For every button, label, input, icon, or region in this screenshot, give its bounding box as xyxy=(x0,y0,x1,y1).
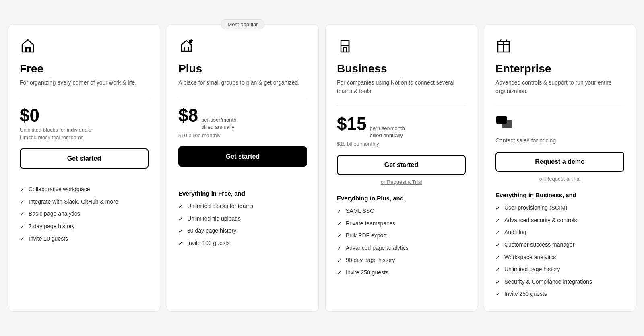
features-header-plus: Everything in Free, and xyxy=(178,190,307,197)
feature-item-free-1: ✓ Integrate with Slack, GitHub & more xyxy=(20,198,149,206)
plan-description-business: For companies using Notion to connect se… xyxy=(337,78,466,95)
price-main-plus: $8 per user/month billed annually xyxy=(178,107,307,130)
cta-button-plus[interactable]: Get started xyxy=(178,146,307,167)
cta-button-business[interactable]: Get started xyxy=(337,155,466,175)
features-header-enterprise: Everything in Business, and xyxy=(495,192,624,198)
check-icon-free-0: ✓ xyxy=(20,186,25,194)
feature-item-business-2: ✓ Bulk PDF export xyxy=(337,232,466,240)
feature-item-enterprise-0: ✓ User provisioning (SCIM) xyxy=(495,204,624,212)
feature-text-enterprise-1: Advanced security & controls xyxy=(504,216,577,225)
feature-text-enterprise-7: Invite 250 guests xyxy=(504,290,547,298)
check-icon-business-1: ✓ xyxy=(337,220,342,228)
price-monthly-plus-0: $10 billed monthly xyxy=(178,132,307,138)
check-icon-plus-3: ✓ xyxy=(178,240,183,248)
price-section-free: $0Unlimited blocks for individuals.Limit… xyxy=(20,107,149,140)
plan-card-business: BusinessFor companies using Notion to co… xyxy=(325,24,477,312)
enterprise-contact-text: Contact sales for pricing xyxy=(495,137,624,144)
pricing-grid: FreeFor organizing every corner of your … xyxy=(8,24,636,312)
feature-text-business-0: SAML SSO xyxy=(346,207,374,215)
features-spacer-free xyxy=(20,182,149,186)
plan-card-free: FreeFor organizing every corner of your … xyxy=(8,24,160,312)
check-icon-business-4: ✓ xyxy=(337,257,342,265)
enterprise-chat-icon xyxy=(495,115,624,133)
feature-list-business: ✓ SAML SSO ✓ Private teamspaces ✓ Bulk P… xyxy=(337,207,466,277)
feature-text-enterprise-3: Customer success manager xyxy=(504,241,574,249)
feature-text-free-1: Integrate with Slack, GitHub & more xyxy=(29,198,118,206)
price-main-free: $0 xyxy=(20,107,149,124)
svg-rect-5 xyxy=(344,48,346,52)
feature-item-enterprise-3: ✓ Customer success manager xyxy=(495,241,624,249)
divider-enterprise xyxy=(495,105,624,105)
check-icon-enterprise-1: ✓ xyxy=(495,217,500,225)
feature-text-plus-0: Unlimited blocks for teams xyxy=(187,202,253,210)
divider-business xyxy=(337,105,466,105)
check-icon-enterprise-0: ✓ xyxy=(495,204,500,212)
cta-button-enterprise[interactable]: Request a demo xyxy=(495,152,624,172)
price-monthly-free-0: Unlimited blocks for individuals. xyxy=(20,127,149,133)
cta-button-free[interactable]: Get started xyxy=(20,148,149,169)
svg-point-2 xyxy=(189,40,192,43)
check-icon-enterprise-6: ✓ xyxy=(495,278,500,287)
check-icon-plus-0: ✓ xyxy=(178,203,183,211)
feature-item-free-4: ✓ Invite 10 guests xyxy=(20,235,149,243)
feature-text-free-0: Collaborative workspace xyxy=(29,186,90,194)
check-icon-free-1: ✓ xyxy=(20,198,25,206)
price-billed-plus: billed annually xyxy=(201,124,236,130)
price-monthly-free-1: Limited block trial for teams xyxy=(20,134,149,140)
plan-icon-plus xyxy=(178,37,307,56)
feature-item-enterprise-4: ✓ Workspace analytics xyxy=(495,254,624,262)
feature-text-free-2: Basic page analytics xyxy=(29,210,80,218)
feature-text-plus-1: Unlimited file uploads xyxy=(187,215,241,223)
plan-description-free: For organizing every corner of your work… xyxy=(20,78,149,87)
feature-item-free-2: ✓ Basic page analytics xyxy=(20,210,149,219)
svg-rect-1 xyxy=(184,47,188,51)
svg-rect-0 xyxy=(26,48,29,52)
feature-item-plus-1: ✓ Unlimited file uploads xyxy=(178,215,307,223)
features-header-business: Everything in Plus, and xyxy=(337,195,466,202)
feature-item-plus-3: ✓ Invite 100 guests xyxy=(178,239,307,248)
check-icon-plus-2: ✓ xyxy=(178,227,183,235)
popular-badge: Most popular xyxy=(221,19,264,29)
divider-free xyxy=(20,97,149,97)
feature-text-business-4: 90 day page history xyxy=(346,256,395,264)
price-amount-business: $15 xyxy=(337,115,366,133)
feature-text-enterprise-6: Security & Compliance integrations xyxy=(504,278,592,286)
feature-text-plus-2: 30 day page history xyxy=(187,227,236,235)
feature-list-plus: ✓ Unlimited blocks for teams ✓ Unlimited… xyxy=(178,202,307,247)
feature-text-plus-3: Invite 100 guests xyxy=(187,239,230,247)
svg-rect-3 xyxy=(341,41,349,52)
svg-rect-11 xyxy=(502,120,512,128)
check-icon-enterprise-3: ✓ xyxy=(495,241,500,249)
check-icon-free-4: ✓ xyxy=(20,235,25,243)
price-amount-free: $0 xyxy=(20,107,39,124)
plan-icon-enterprise xyxy=(495,37,624,56)
plan-icon-business xyxy=(337,37,466,56)
feature-item-business-0: ✓ SAML SSO xyxy=(337,207,466,216)
feature-item-enterprise-6: ✓ Security & Compliance integrations xyxy=(495,278,624,287)
feature-text-business-5: Invite 250 guests xyxy=(346,269,388,277)
request-trial-link-business[interactable]: or Request a Trial xyxy=(337,179,466,185)
check-icon-business-3: ✓ xyxy=(337,245,342,253)
request-trial-link-enterprise[interactable]: or Request a Trial xyxy=(495,176,624,182)
feature-text-free-4: Invite 10 guests xyxy=(29,235,68,243)
check-icon-enterprise-4: ✓ xyxy=(495,254,500,262)
plan-name-enterprise: Enterprise xyxy=(495,62,624,75)
check-icon-enterprise-5: ✓ xyxy=(495,266,500,274)
check-icon-enterprise-7: ✓ xyxy=(495,291,500,299)
price-section-enterprise: Contact sales for pricing xyxy=(495,115,624,144)
check-icon-plus-1: ✓ xyxy=(178,215,183,223)
plan-card-plus: Most popular PlusA place for small group… xyxy=(167,24,319,312)
price-meta-business: per user/month billed annually xyxy=(369,125,405,138)
plan-name-business: Business xyxy=(337,62,466,75)
feature-item-free-0: ✓ Collaborative workspace xyxy=(20,186,149,194)
plan-name-plus: Plus xyxy=(178,62,307,75)
plan-card-enterprise: EnterpriseAdvanced controls & support to… xyxy=(484,24,636,312)
plan-name-free: Free xyxy=(20,62,149,75)
price-meta-plus: per user/month billed annually xyxy=(201,117,236,130)
feature-list-enterprise: ✓ User provisioning (SCIM) ✓ Advanced se… xyxy=(495,204,624,299)
feature-item-business-1: ✓ Private teamspaces xyxy=(337,220,466,228)
feature-item-business-4: ✓ 90 day page history xyxy=(337,256,466,265)
feature-list-free: ✓ Collaborative workspace ✓ Integrate wi… xyxy=(20,186,149,243)
check-icon-free-2: ✓ xyxy=(20,210,25,219)
price-per-business: per user/month xyxy=(369,125,405,132)
